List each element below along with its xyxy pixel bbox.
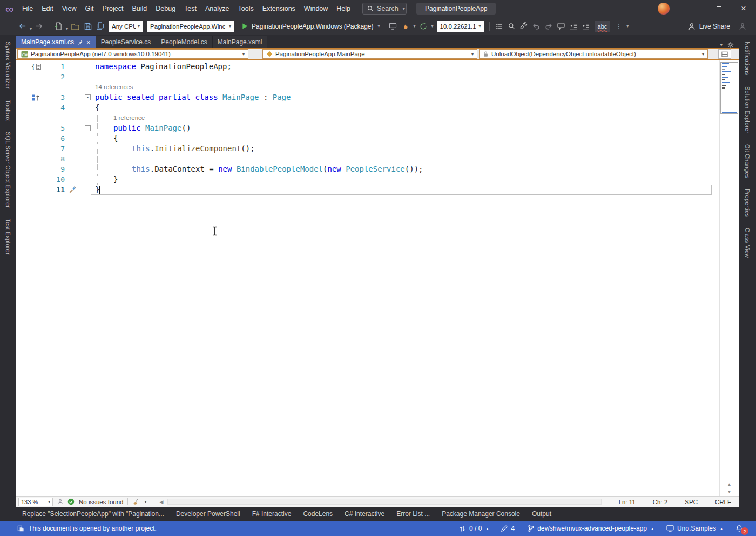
back-icon[interactable]: [16, 20, 29, 33]
menu-extensions[interactable]: Extensions: [258, 0, 300, 17]
search-box[interactable]: Search ▾: [362, 3, 407, 15]
maximize-button[interactable]: [706, 0, 731, 17]
tab-peoplemodel-cs[interactable]: PeopleModel.cs: [156, 36, 212, 48]
hot-reload-icon[interactable]: [400, 20, 412, 33]
breakpoint-margin[interactable]: [16, 92, 42, 103]
breakpoint-margin[interactable]: [16, 154, 42, 164]
code-text[interactable]: public sealed partial class MainPage : P…: [94, 92, 719, 103]
scroll-down-icon[interactable]: ▼: [727, 490, 732, 494]
sdk-version-dropdown[interactable]: 10.0.22621.1▾: [437, 21, 484, 32]
wrench-icon[interactable]: [518, 19, 530, 32]
health-status[interactable]: No issues found: [79, 499, 123, 505]
breakpoint-margin[interactable]: [16, 72, 42, 82]
tab-settings-icon[interactable]: [727, 42, 734, 48]
toolbar-options-icon[interactable]: ⋮: [612, 20, 625, 33]
code-text[interactable]: }: [94, 174, 719, 185]
breakpoint-margin[interactable]: [16, 103, 42, 113]
fold-margin[interactable]: [68, 154, 94, 164]
panel-tab-replace-selectionpeopleapp-with-paginati[interactable]: Replace "SelectionPeopleApp" with "Pagin…: [16, 507, 170, 521]
menu-file[interactable]: File: [18, 0, 37, 17]
scroll-up-icon[interactable]: ▲: [727, 482, 732, 487]
breakpoint-margin[interactable]: {: [16, 62, 42, 72]
tool-tab-class-view[interactable]: Class View: [744, 228, 751, 258]
tool-tab-git-changes[interactable]: Git Changes: [744, 144, 751, 178]
menu-analyze[interactable]: Analyze: [201, 0, 233, 17]
fold-collapse-icon[interactable]: -: [85, 94, 91, 100]
undo-icon[interactable]: [530, 20, 543, 33]
code-text[interactable]: namespace PaginationPeopleApp;: [94, 62, 719, 72]
project-dropdown[interactable]: C# PaginationPeopleApp (net7.0-windows10…: [17, 49, 248, 59]
member-dropdown[interactable]: UnloadObject(DependencyObject unloadable…: [479, 49, 708, 59]
live-share-button[interactable]: Live Share: [683, 23, 735, 30]
pin-icon[interactable]: [77, 39, 83, 45]
fold-margin[interactable]: [68, 82, 94, 92]
fold-collapse-icon[interactable]: -: [85, 125, 91, 131]
save-all-icon[interactable]: [94, 19, 106, 32]
solution-name-badge[interactable]: PaginationPeopleApp: [416, 3, 496, 15]
minimize-button[interactable]: [681, 0, 706, 17]
comment-icon[interactable]: [555, 20, 568, 33]
git-branch-picker[interactable]: dev/shwe/mvux-advanced-people-app ▴: [528, 525, 653, 532]
panel-tab-f#-interactive[interactable]: F# Interactive: [246, 507, 298, 521]
menu-tools[interactable]: Tools: [234, 0, 258, 17]
zoom-dropdown[interactable]: 133 % ▾: [18, 498, 53, 506]
tool-tab-toolbox[interactable]: Toolbox: [5, 100, 11, 121]
split-window-button[interactable]: [718, 49, 731, 59]
code-text[interactable]: this.DataContext = new BindablePeopleMod…: [94, 164, 719, 174]
menu-build[interactable]: Build: [127, 0, 151, 17]
code-text[interactable]: {: [94, 133, 719, 144]
breakpoint-margin[interactable]: [16, 123, 42, 133]
fold-margin[interactable]: [68, 144, 94, 154]
code-editor[interactable]: {1namespace PaginationPeopleApp;214 refe…: [16, 60, 739, 496]
account-icon[interactable]: [736, 20, 748, 33]
tool-tab-test-explorer[interactable]: Test Explorer: [5, 219, 11, 255]
fold-margin[interactable]: [68, 72, 94, 82]
panel-tab-codelens[interactable]: CodeLens: [297, 507, 339, 521]
line-ending-indicator[interactable]: CRLF: [715, 499, 731, 505]
fold-margin[interactable]: [68, 164, 94, 174]
breakpoint-margin[interactable]: [16, 82, 42, 92]
type-dropdown[interactable]: PaginationPeopleApp.MainPage ▾: [262, 49, 477, 59]
codelens-label[interactable]: 14 references: [94, 82, 719, 92]
tab-list-dropdown-icon[interactable]: ▾: [720, 42, 723, 48]
code-text[interactable]: }: [94, 185, 719, 195]
code-text[interactable]: [94, 72, 719, 82]
panel-tab-package-manager-console[interactable]: Package Manager Console: [436, 507, 526, 521]
debug-target-icon[interactable]: [387, 20, 399, 33]
details-list-icon[interactable]: [493, 20, 505, 33]
menu-help[interactable]: Help: [332, 0, 355, 17]
repo-picker[interactable]: Uno.Samples ▴: [666, 525, 723, 532]
new-file-icon[interactable]: [52, 19, 65, 32]
tab-mainpage-xaml[interactable]: MainPage.xaml: [213, 36, 268, 48]
notifications-bell[interactable]: 2: [735, 525, 743, 532]
tool-tab-notifications[interactable]: Notifications: [744, 42, 751, 76]
fold-margin[interactable]: [68, 62, 94, 72]
panel-tab-error-list[interactable]: Error List ...: [390, 507, 436, 521]
code-text[interactable]: this.InitializeComponent();: [94, 144, 719, 154]
pending-edits[interactable]: 4: [501, 525, 515, 532]
increase-indent-icon[interactable]: [580, 20, 592, 33]
tool-tab-sql-server-object-explorer[interactable]: SQL Server Object Explorer: [5, 132, 11, 208]
startup-project-dropdown[interactable]: PaginationPeopleApp.Winc▾: [147, 21, 234, 32]
user-avatar[interactable]: [658, 3, 670, 15]
scroll-left-icon[interactable]: ◀: [159, 499, 163, 505]
breakpoint-margin[interactable]: [16, 164, 42, 174]
panel-tab-c#-interactive[interactable]: C# Interactive: [339, 507, 390, 521]
fold-margin[interactable]: [68, 103, 94, 113]
code-surface[interactable]: {1namespace PaginationPeopleApp;214 refe…: [16, 60, 719, 496]
breakpoint-margin[interactable]: [16, 144, 42, 154]
fold-margin[interactable]: [68, 113, 94, 123]
tab-mainpage-xaml-cs[interactable]: MainPage.xaml.cs×: [16, 36, 96, 48]
git-sync-status[interactable]: 0 / 0 ▴: [459, 525, 488, 532]
fold-margin[interactable]: [68, 174, 94, 185]
menu-git[interactable]: Git: [81, 0, 98, 17]
spell-checker-toggle[interactable]: abc: [595, 21, 611, 32]
breakpoint-margin[interactable]: [16, 113, 42, 123]
tool-tab-syntax-visualizer[interactable]: Syntax Visualizer: [5, 42, 11, 89]
tool-tab-solution-explorer[interactable]: Solution Explorer: [744, 86, 751, 133]
menu-view[interactable]: View: [58, 0, 81, 17]
solution-platform-dropdown[interactable]: Any CPU▾: [109, 21, 143, 32]
breakpoint-margin[interactable]: [16, 185, 42, 195]
menu-window[interactable]: Window: [300, 0, 332, 17]
start-debugging-button[interactable]: PaginationPeopleApp.Windows (Package) ▾: [238, 23, 384, 30]
